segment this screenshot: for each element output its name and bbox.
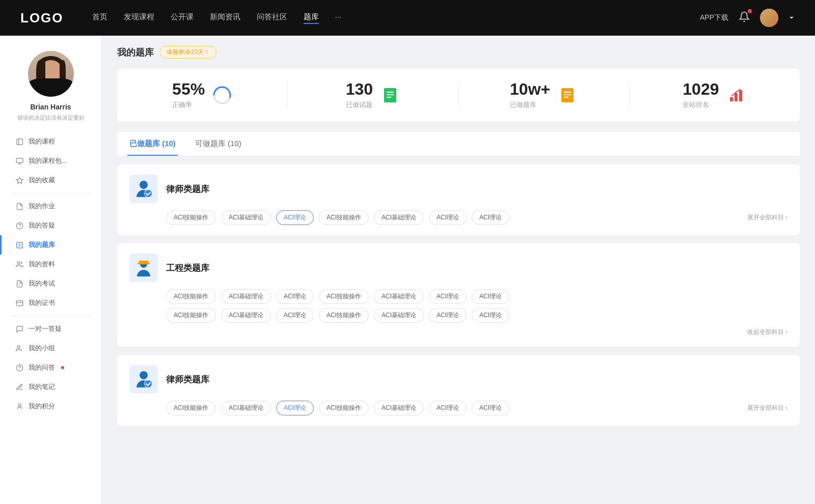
collapse-link-2[interactable]: 收起全部科目 › [747, 328, 787, 335]
stat-accuracy: 55% 正确率 [117, 81, 288, 109]
done-questions-value: 130 [346, 81, 373, 97]
stat-done-questions: 130 已做试题 [288, 81, 458, 109]
stat-site-rank: 1029 全站排名 [630, 81, 800, 109]
nav-question-bank[interactable]: 题库 [304, 12, 319, 24]
nav-courses[interactable]: 发现课程 [124, 12, 154, 24]
sidebar-label: 我的考试 [29, 279, 55, 288]
user-avatar[interactable] [760, 9, 778, 27]
tag-item[interactable]: ACI理论 [472, 289, 509, 304]
app-download-link[interactable]: APP下载 [700, 13, 728, 22]
nav-news[interactable]: 新闻资讯 [210, 12, 240, 24]
svg-rect-2 [16, 158, 23, 162]
sidebar-item-certificate[interactable]: 我的证书 [0, 293, 101, 313]
tab-available-banks[interactable]: 可做题库 (10) [193, 132, 243, 156]
tag-item[interactable]: ACI基础理论 [221, 308, 271, 323]
engineer-svg-icon [133, 258, 154, 278]
svg-rect-14 [16, 300, 23, 305]
qbank-header-1: 律师类题库 [129, 175, 787, 203]
sidebar-item-favorites[interactable]: 我的收藏 [0, 171, 101, 190]
tag-item[interactable]: ACI理论 [472, 308, 509, 323]
sidebar-label: 我的课程包... [29, 156, 67, 165]
sidebar-label: 我的证书 [29, 298, 55, 307]
tag-item[interactable]: ACI理论 [472, 210, 509, 225]
tag-item[interactable]: ACI基础理论 [374, 308, 424, 323]
svg-point-16 [17, 345, 20, 348]
tag-item[interactable]: ACI理论 [276, 289, 314, 304]
sidebar-navigation: 我的课程 我的课程包... 我的收藏 我的作业 [0, 132, 101, 416]
sidebar-item-question-bank[interactable]: 我的题库 [0, 235, 101, 255]
sidebar-item-my-courses[interactable]: 我的课程 [0, 132, 101, 151]
bar-chart-icon [728, 87, 744, 103]
sidebar-label: 我的小组 [29, 344, 55, 353]
tag-item[interactable]: ACI基础理论 [221, 289, 271, 304]
sidebar-item-answers[interactable]: 我的答疑 [0, 216, 101, 235]
sidebar-item-course-package[interactable]: 我的课程包... [0, 151, 101, 171]
tag-item[interactable]: ACI技能操作 [319, 308, 369, 323]
nav-right: APP下载 [700, 9, 795, 27]
homework-icon [15, 202, 23, 210]
tag-item[interactable]: ACI理论 [429, 308, 467, 323]
nav-qa[interactable]: 问答社区 [257, 12, 287, 24]
sidebar-item-group[interactable]: 我的小组 [0, 339, 101, 358]
nav-home[interactable]: 首页 [92, 12, 107, 24]
tag-item[interactable]: ACI基础理论 [374, 210, 424, 225]
qbank-icon-lawyer [129, 175, 158, 203]
nav-more[interactable]: ··· [335, 12, 342, 24]
sidebar-divider-1 [10, 193, 91, 193]
svg-point-22 [217, 90, 227, 100]
sidebar-label: 我的题库 [29, 240, 55, 249]
sidebar-item-profile[interactable]: 我的资料 [0, 255, 101, 274]
done-banks-value: 10w+ [510, 81, 550, 97]
svg-rect-40 [138, 263, 150, 264]
qbank-card-lawyer-1: 律师类题库 ACI技能操作 ACI基础理论 ACI理论 ACI技能操作 ACI基… [117, 164, 800, 235]
sidebar-avatar [28, 51, 74, 97]
qbank-tags-3: ACI技能操作 ACI基础理论 ACI理论 ACI技能操作 ACI基础理论 AC… [129, 401, 787, 415]
tag-item[interactable]: ACI基础理论 [221, 210, 271, 225]
tag-item[interactable]: ACI理论 [276, 308, 314, 323]
svg-marker-5 [16, 177, 23, 183]
stats-card: 55% 正确率 130 已做试题 [117, 69, 800, 122]
tag-item-active[interactable]: ACI理论 [276, 401, 314, 415]
tag-item[interactable]: ACI理论 [472, 401, 509, 415]
tag-item[interactable]: ACI技能操作 [166, 289, 216, 304]
notification-badge [748, 9, 752, 13]
tag-item[interactable]: ACI理论 [429, 401, 467, 415]
sidebar-motto: 错误的决定比没有决定要好 [12, 114, 90, 122]
doc-yellow-icon [557, 85, 578, 105]
tag-item[interactable]: ACI理论 [429, 210, 467, 225]
tag-item[interactable]: ACI技能操作 [166, 401, 216, 415]
notification-bell[interactable] [739, 11, 750, 24]
question-bank-icon [15, 241, 23, 249]
tag-item-active[interactable]: ACI理论 [276, 210, 314, 225]
sidebar-item-my-qa[interactable]: 我的问答 [0, 358, 101, 377]
expand-link-3[interactable]: 展开全部科目 › [747, 404, 787, 412]
qbank-card-engineer: 工程类题库 ACI技能操作 ACI基础理论 ACI理论 ACI技能操作 ACI基… [117, 243, 800, 347]
site-rank-value: 1029 [683, 81, 719, 97]
expand-link-1[interactable]: 展开全部科目 › [747, 213, 787, 222]
page-layout: Brian Harris 错误的决定比没有决定要好 我的课程 我的课程包... … [0, 36, 815, 504]
tag-item[interactable]: ACI技能操作 [319, 401, 369, 415]
tag-item[interactable]: ACI基础理论 [374, 401, 424, 415]
tag-item[interactable]: ACI技能操作 [319, 210, 369, 225]
tag-item[interactable]: ACI技能操作 [319, 289, 369, 304]
sidebar-item-exam[interactable]: 我的考试 [0, 274, 101, 293]
done-banks-label: 已做题库 [510, 100, 550, 109]
notes-icon [15, 383, 23, 391]
page-title: 我的题库 [117, 46, 154, 59]
sidebar-label: 我的作业 [29, 202, 55, 211]
qbank-icon-lawyer-2 [129, 365, 158, 394]
certificate-icon [15, 299, 23, 307]
sidebar-item-1to1[interactable]: 一对一答疑 [0, 319, 101, 339]
avatar-image [760, 9, 778, 27]
sidebar-item-points[interactable]: 我的积分 [0, 397, 101, 416]
accuracy-label: 正确率 [172, 100, 205, 109]
tag-item[interactable]: ACI理论 [429, 289, 467, 304]
tag-item[interactable]: ACI技能操作 [166, 210, 216, 225]
tag-item[interactable]: ACI基础理论 [374, 289, 424, 304]
tab-done-banks[interactable]: 已做题库 (10) [127, 132, 178, 156]
tag-item[interactable]: ACI基础理论 [221, 401, 271, 415]
sidebar-item-homework[interactable]: 我的作业 [0, 197, 101, 216]
nav-open-courses[interactable]: 公开课 [171, 12, 194, 24]
sidebar-item-notes[interactable]: 我的笔记 [0, 377, 101, 397]
tag-item[interactable]: ACI技能操作 [166, 308, 216, 323]
